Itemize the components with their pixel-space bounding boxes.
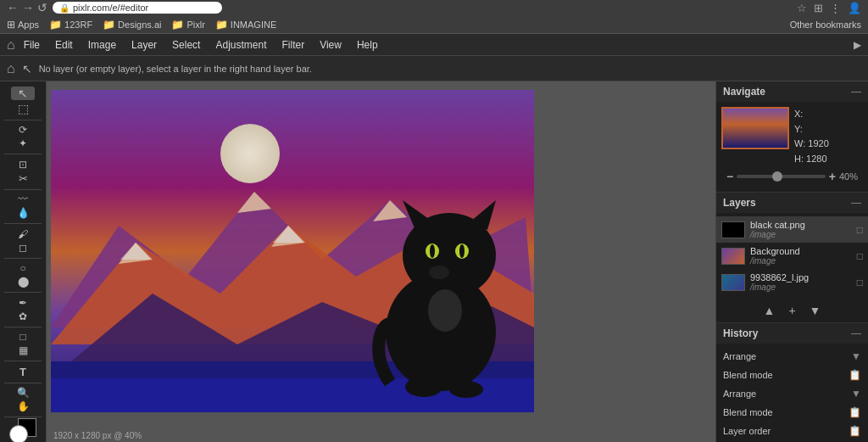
- marquee-tool[interactable]: ⬚: [11, 102, 35, 115]
- menu-file[interactable]: File: [17, 36, 47, 53]
- layer-item-background[interactable]: Background /image □: [716, 243, 868, 269]
- menu-image[interactable]: Image: [81, 36, 123, 53]
- history-collapse-icon[interactable]: —: [851, 327, 861, 339]
- bookmark-pixlr[interactable]: 📁 Pixlr: [171, 19, 204, 31]
- browser-frame: ← → ↺ 🔒 pixlr.com/e/#editor ☆ ⊞ ⋮ 👤: [0, 0, 868, 15]
- home-icon[interactable]: ⌂: [7, 37, 15, 53]
- foreground-color[interactable]: [9, 425, 28, 442]
- healing-tool[interactable]: 〰: [11, 193, 35, 205]
- navigate-title: Navigate: [723, 86, 765, 98]
- star-icon[interactable]: ☆: [797, 2, 807, 14]
- browser-actions: ☆ ⊞ ⋮ 👤: [797, 2, 861, 14]
- navigate-collapse-icon[interactable]: —: [851, 86, 861, 98]
- toolbar: ⌂ ↖ No layer (or empty layer), select a …: [0, 56, 868, 81]
- pen-tool[interactable]: ✒: [11, 297, 35, 309]
- history-header: History —: [716, 323, 868, 344]
- layer-item-photo[interactable]: 9938862_l.jpg /image □: [716, 269, 868, 295]
- shape-tool[interactable]: □: [11, 331, 35, 343]
- menu-select[interactable]: Select: [165, 36, 207, 53]
- layers-collapse-icon[interactable]: —: [851, 197, 861, 209]
- svg-point-23: [429, 266, 449, 279]
- layer-visibility-icon-1[interactable]: □: [857, 250, 863, 262]
- history-item-1[interactable]: Blend mode 📋: [716, 366, 868, 384]
- menu-filter[interactable]: Filter: [275, 36, 311, 53]
- layer-down-button[interactable]: ▼: [806, 302, 825, 319]
- menu-help[interactable]: Help: [350, 36, 385, 53]
- menu-view[interactable]: View: [313, 36, 348, 53]
- layer-name-2: 9938862_l.jpg: [750, 272, 852, 283]
- layer-add-button[interactable]: +: [785, 302, 798, 319]
- zoom-tool[interactable]: 🔍: [11, 387, 35, 399]
- bookmark-designsai[interactable]: 📁 Designs.ai: [103, 19, 161, 31]
- forward-button[interactable]: →: [22, 1, 34, 14]
- layers-section: Layers — black cat.png /image □ Backgrou…: [716, 193, 868, 323]
- history-item-0[interactable]: Arrange ▼: [716, 347, 868, 366]
- layer-item-blackcat[interactable]: black cat.png /image □: [716, 216, 868, 243]
- left-toolbar: ↖ ⬚ ⟳ ✦ ⊡ ✂ 〰 💧 🖌 ◻ ○ ⬤ ✒ ✿ □ ▦ T 🔍 ✋: [0, 81, 47, 442]
- cat-silhouette: [364, 162, 517, 400]
- layer-info-1: Background /image: [750, 246, 852, 266]
- clone-tool[interactable]: ✿: [11, 311, 35, 322]
- layer-visibility-icon-2[interactable]: □: [857, 277, 863, 288]
- eraser-tool[interactable]: ◻: [11, 242, 35, 254]
- cursor-toolbar-icon[interactable]: ↖: [22, 62, 32, 76]
- layer-name-0: black cat.png: [750, 220, 852, 230]
- folder-icon-4: 📁: [215, 19, 228, 31]
- reload-button[interactable]: ↺: [37, 1, 47, 14]
- bookmark-inmagine[interactable]: 📁 INMAGINE: [215, 19, 276, 31]
- bookmark-label-4: INMAGINE: [231, 20, 276, 30]
- h-label: H:: [794, 154, 804, 164]
- navigate-header: Navigate —: [716, 81, 868, 102]
- extensions-icon[interactable]: ⊞: [814, 2, 823, 14]
- y-label: Y:: [794, 124, 803, 134]
- other-bookmarks-label: Other bookmarks: [790, 20, 861, 30]
- menu-dots-icon[interactable]: ⋮: [830, 2, 841, 14]
- menu-adjustment[interactable]: Adjustment: [209, 36, 273, 53]
- lock-icon: 🔒: [59, 3, 70, 13]
- wand-tool[interactable]: ✦: [11, 137, 35, 149]
- lasso-tool[interactable]: ⟳: [11, 124, 35, 136]
- select-tool[interactable]: ↖: [11, 87, 35, 100]
- zoom-slider[interactable]: [737, 175, 826, 178]
- nav-thumbnail[interactable]: [721, 107, 789, 149]
- home-toolbar-icon[interactable]: ⌂: [7, 61, 15, 76]
- history-item-2[interactable]: Arrange ▼: [716, 384, 868, 403]
- dodge-tool[interactable]: ○: [11, 262, 35, 274]
- canvas-status: 1920 x 1280 px @ 40%: [53, 431, 142, 440]
- status-text: 1920 x 1280 px @ 40%: [53, 431, 142, 440]
- thumbnail-row: X: Y: W: 1920 H: 1280: [721, 107, 863, 166]
- layer-info-2: 9938862_l.jpg /image: [750, 272, 852, 292]
- gradient-tool[interactable]: ▦: [11, 344, 35, 356]
- layer-up-button[interactable]: ▲: [760, 302, 779, 319]
- text-tool[interactable]: T: [11, 366, 35, 378]
- zoom-slider-thumb[interactable]: [772, 171, 782, 182]
- bookmark-123rf[interactable]: 📁 123RF: [49, 19, 92, 31]
- menu-layer[interactable]: Layer: [125, 36, 164, 53]
- history-label-4: Layer order: [723, 426, 771, 436]
- layer-type-2: /image: [750, 283, 852, 292]
- menu-right-icon[interactable]: ▶: [854, 39, 861, 51]
- layer-visibility-icon-0[interactable]: □: [857, 224, 863, 236]
- crop-tool[interactable]: ⊡: [11, 159, 35, 171]
- svg-point-18: [430, 244, 435, 258]
- canvas-area[interactable]: 1920 x 1280 px @ 40%: [47, 81, 715, 442]
- color-preview[interactable]: [9, 425, 36, 437]
- menu-edit[interactable]: Edit: [48, 36, 80, 53]
- bookmark-apps[interactable]: ⊞ Apps: [7, 19, 39, 31]
- back-button[interactable]: ←: [7, 1, 19, 14]
- paint-tool[interactable]: 🖌: [11, 228, 35, 240]
- blur-tool[interactable]: ⬤: [11, 276, 35, 288]
- hand-tool[interactable]: ✋: [11, 400, 35, 412]
- eyedropper-tool[interactable]: 💧: [11, 207, 35, 219]
- profile-icon[interactable]: 👤: [848, 2, 861, 14]
- layer-thumb-0: [721, 221, 745, 238]
- zoom-plus-button[interactable]: +: [829, 170, 836, 183]
- folder-icon-2: 📁: [103, 19, 115, 31]
- scissors-tool[interactable]: ✂: [11, 172, 35, 185]
- other-bookmarks[interactable]: Other bookmarks: [790, 20, 861, 30]
- svg-point-22: [449, 381, 483, 398]
- history-item-3[interactable]: Blend mode 📋: [716, 403, 868, 422]
- zoom-minus-button[interactable]: −: [726, 170, 733, 183]
- history-item-4[interactable]: Layer order 📋: [716, 422, 868, 440]
- address-bar[interactable]: 🔒 pixlr.com/e/#editor: [53, 2, 222, 14]
